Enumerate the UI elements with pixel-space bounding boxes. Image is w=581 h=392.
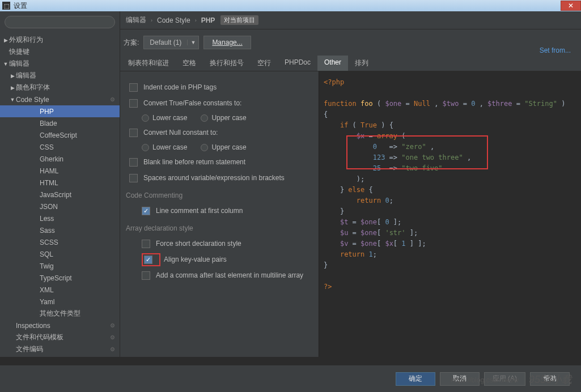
tree-arrow-icon — [2, 61, 9, 67]
sidebar-item-label: SCSS — [40, 238, 58, 246]
radio-upper[interactable]: Upper case — [201, 114, 246, 122]
sidebar-item[interactable]: 外观和行为 — [0, 34, 120, 46]
radio-lower[interactable]: Lower case — [142, 143, 187, 151]
sidebar-item[interactable]: Sass — [0, 224, 120, 236]
tab-空行[interactable]: 空行 — [251, 56, 278, 71]
tree-arrow-icon — [9, 97, 16, 103]
sidebar-item[interactable]: HTML — [0, 177, 120, 189]
ok-button[interactable]: 确定 — [396, 372, 435, 386]
tab-制表符和缩进[interactable]: 制表符和缩进 — [121, 56, 176, 71]
search-box — [5, 16, 115, 28]
option-line-comment[interactable]: Line comment at first column — [126, 203, 313, 219]
sidebar-item[interactable]: JSON — [0, 201, 120, 212]
option-tf-radios: Lower case Upper case — [126, 111, 313, 125]
set-from-link[interactable]: Set from... — [540, 46, 571, 54]
manage-button[interactable]: Manage... — [203, 36, 251, 49]
sidebar-item[interactable]: 编辑器 — [0, 58, 120, 70]
tab-换行和括号[interactable]: 换行和括号 — [203, 56, 251, 71]
gear-icon: ⚙ — [110, 322, 115, 329]
breadcrumb: 编辑器 › Code Style › PHP 对当前项目 — [120, 11, 581, 29]
sidebar-item[interactable]: Inspections⚙ — [0, 319, 120, 331]
help-button[interactable]: 帮助 — [530, 372, 570, 386]
option-convert-null[interactable]: Convert Null constant to: — [126, 125, 313, 140]
search-input[interactable] — [5, 16, 115, 28]
sidebar-item-label: 编辑器 — [9, 59, 29, 69]
sidebar-item-label: TypeScript — [40, 274, 72, 282]
sidebar-item[interactable]: 颜色和字体 — [0, 82, 120, 93]
section-commenting: Code Commenting — [126, 191, 313, 199]
breadcrumb-item[interactable]: PHP — [201, 16, 215, 24]
apply-button[interactable]: 应用 (A) — [484, 372, 525, 386]
sidebar-item[interactable]: Gherkin — [0, 153, 120, 165]
tab-空格[interactable]: 空格 — [176, 56, 203, 71]
radio-upper[interactable]: Upper case — [201, 143, 246, 151]
sidebar-item-label: Blade — [40, 120, 57, 127]
options-panel: Indent code in PHP tags Convert True/Fal… — [120, 71, 319, 357]
sidebar-item[interactable]: Blade — [0, 117, 120, 129]
tab-排列[interactable]: 排列 — [348, 56, 375, 71]
sidebar-item[interactable]: TypeScript — [0, 272, 120, 284]
gear-icon: ⚙ — [110, 334, 115, 340]
sidebar-item-label: HAML — [40, 167, 58, 175]
sidebar-item-label: Gherkin — [40, 155, 63, 163]
window-title: 设置 — [14, 1, 27, 11]
sidebar-item-label: SQL — [40, 250, 53, 258]
sidebar-item-label: XML — [40, 286, 54, 294]
option-trailing-comma[interactable]: Add a comma after last element in multil… — [126, 267, 313, 283]
close-button[interactable]: ✕ — [561, 1, 581, 11]
sidebar-item-label: HTML — [40, 179, 58, 187]
scheme-combo[interactable]: Default (1) ▼ — [143, 36, 199, 49]
chevron-down-icon: ▼ — [187, 40, 198, 45]
sidebar-item[interactable]: CSS — [0, 141, 120, 153]
sidebar-item[interactable]: 编辑器 — [0, 70, 120, 82]
section-array: Array declaration style — [126, 224, 313, 232]
sidebar-item[interactable]: 快捷键 — [0, 46, 120, 58]
app-icon: ⬚ — [2, 2, 10, 10]
breadcrumb-item[interactable]: Code Style — [157, 16, 190, 24]
tab-Other[interactable]: Other — [317, 56, 348, 71]
sidebar-item[interactable]: HAML — [0, 165, 120, 177]
gear-icon: ⚙ — [110, 96, 115, 103]
sidebar-item-label: Less — [40, 215, 54, 223]
tree-arrow-icon — [9, 85, 16, 91]
breadcrumb-item[interactable]: 编辑器 — [126, 15, 146, 25]
sidebar-item[interactable]: XML — [0, 284, 120, 296]
sidebar-item-label: CoffeeScript — [40, 131, 77, 139]
highlight-box — [346, 135, 488, 169]
sidebar-item[interactable]: CoffeeScript — [0, 129, 120, 141]
sidebar-item[interactable]: 文件编码⚙ — [0, 343, 120, 355]
sidebar-item-label: JSON — [40, 203, 58, 211]
tree-arrow-icon — [2, 37, 9, 43]
sidebar-item[interactable]: SQL — [0, 248, 120, 260]
panes: Indent code in PHP tags Convert True/Fal… — [120, 71, 581, 357]
content: 外观和行为快捷键编辑器编辑器颜色和字体Code Style⚙PHPBladeCo… — [0, 11, 581, 357]
option-convert-tf[interactable]: Convert True/False constants to: — [126, 95, 313, 111]
radio-lower[interactable]: Lower case — [142, 114, 187, 122]
cancel-button[interactable]: 取消 — [440, 372, 480, 386]
settings-tree: 外观和行为快捷键编辑器编辑器颜色和字体Code Style⚙PHPBladeCo… — [0, 33, 120, 355]
sidebar-item[interactable]: 文件和代码模板⚙ — [0, 331, 120, 343]
option-align-kv[interactable]: Align key-value pairs — [126, 252, 313, 267]
sidebar-item-label: PHP — [40, 108, 54, 116]
option-spaces-var[interactable]: Spaces around variable/expression in bra… — [126, 170, 313, 186]
sidebar: 外观和行为快捷键编辑器编辑器颜色和字体Code Style⚙PHPBladeCo… — [0, 11, 120, 357]
option-force-short[interactable]: Force short declaration style — [126, 236, 313, 252]
sidebar-item[interactable]: SCSS — [0, 236, 120, 248]
sidebar-item[interactable]: JavaScript — [0, 189, 120, 201]
tab-PHPDoc[interactable]: PHPDoc — [278, 56, 317, 71]
sidebar-item[interactable]: Less — [0, 212, 120, 224]
option-indent-php[interactable]: Indent code in PHP tags — [126, 79, 313, 95]
sidebar-item[interactable]: Code Style⚙ — [0, 93, 120, 105]
chevron-right-icon: › — [151, 18, 152, 23]
sidebar-item[interactable]: PHP — [0, 105, 120, 117]
scheme-value: Default (1) — [144, 39, 187, 46]
scheme-row: 方案: Default (1) ▼ Manage... — [120, 29, 581, 56]
sidebar-item-label: CSS — [40, 143, 54, 151]
sidebar-item-label: Yaml — [40, 298, 54, 306]
tabs: 制表符和缩进空格换行和括号空行PHPDocOther排列 — [120, 56, 581, 71]
option-blank-return[interactable]: Blank line before return statement — [126, 154, 313, 170]
sidebar-item[interactable]: Yaml — [0, 296, 120, 308]
footer: 确定 取消 应用 (A) 帮助 — [0, 365, 581, 392]
sidebar-item[interactable]: 其他文件类型 — [0, 308, 120, 319]
sidebar-item[interactable]: Twig — [0, 260, 120, 272]
